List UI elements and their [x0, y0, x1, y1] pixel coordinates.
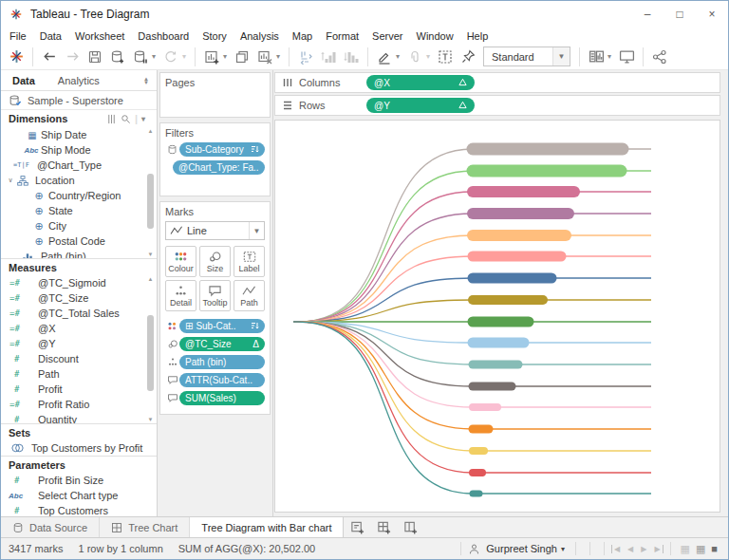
marks-pill-sub-category[interactable]: ⊞Sub-Cat.. [179, 319, 265, 333]
field-city[interactable]: ⊕City [1, 218, 157, 233]
save-button[interactable] [84, 46, 106, 68]
menu-worksheet[interactable]: Worksheet [68, 30, 131, 42]
measure-tc-total-sales[interactable]: =#@TC_Total Sales [1, 306, 157, 321]
new-datasource-button[interactable] [106, 46, 129, 68]
tab-tree-chart[interactable]: Tree Chart [100, 517, 190, 537]
caret-down-icon[interactable]: ▾ [152, 52, 159, 61]
menu-story[interactable]: Story [196, 30, 234, 42]
path-button[interactable]: Path [234, 280, 265, 311]
filters-shelf[interactable]: Filters Sub-Category @Chart_Type: Fa.. [159, 122, 271, 196]
swap-axes-button[interactable] [294, 46, 317, 68]
menu-window[interactable]: Window [410, 30, 460, 42]
marks-pill-sum-sales[interactable]: SUM(Sales) [179, 391, 265, 405]
rows-pill-y[interactable]: @Y [366, 98, 475, 113]
previous-sheet-icon[interactable]: ◀ [624, 545, 637, 553]
sort-ascending-button[interactable] [317, 46, 340, 68]
measure-tc-sigmoid[interactable]: =#@TC_Sigmoid [1, 275, 157, 290]
dimensions-scrollbar[interactable]: ▲▼ [145, 128, 156, 257]
menu-help[interactable]: Help [460, 30, 495, 42]
columns-shelf[interactable]: Columns @X [274, 72, 720, 93]
caret-down-icon[interactable]: ▾ [561, 545, 569, 553]
pages-shelf[interactable]: Pages [159, 72, 271, 118]
pause-updates-button[interactable] [129, 46, 152, 68]
field-location[interactable]: ∨Location [1, 173, 157, 188]
close-button[interactable]: × [696, 2, 728, 28]
caret-down-icon[interactable]: ▾ [141, 115, 149, 123]
highlight-button[interactable] [373, 46, 396, 68]
hide-tabs-icon[interactable]: ■ [711, 543, 718, 554]
minimize-button[interactable]: – [631, 2, 664, 28]
measure-y[interactable]: =#@Y [1, 336, 157, 351]
redo-button[interactable] [61, 46, 84, 68]
measure-tc-size[interactable]: =#@TC_Size [1, 290, 157, 306]
measure-quantity[interactable]: #Quantity [1, 412, 157, 423]
clear-sheet-button[interactable] [253, 46, 276, 68]
colour-button[interactable]: Colour [165, 246, 196, 277]
rows-shelf[interactable]: Rows @Y [274, 95, 720, 116]
fit-selector[interactable]: Standard ▼ [483, 47, 570, 66]
detail-button[interactable]: Detail [165, 280, 196, 311]
show-sheet-tabs-icon[interactable]: ▦ [681, 543, 690, 555]
maximize-button[interactable]: □ [664, 2, 696, 28]
set-top-customers[interactable]: Top Customers by Profit [1, 440, 157, 456]
filter-pill-chart-type[interactable]: @Chart_Type: Fa.. [173, 160, 265, 175]
marks-pill-tc-size[interactable]: @TC_SizeΔ [179, 337, 265, 351]
share-button[interactable] [648, 46, 671, 68]
undo-button[interactable] [38, 46, 61, 68]
menu-server[interactable]: Server [365, 30, 409, 42]
marks-pill-attr-sub-category[interactable]: ATTR(Sub-Cat.. [179, 373, 265, 387]
datasource-row[interactable]: Sample - Superstore [1, 91, 157, 110]
search-icon[interactable] [121, 114, 131, 124]
measure-discount[interactable]: #Discount [1, 351, 157, 366]
tooltip-button[interactable]: Tooltip [199, 280, 231, 311]
duplicate-sheet-button[interactable] [231, 46, 253, 68]
marks-card[interactable]: Marks Line ▼ Colour Size [159, 201, 271, 415]
show-filmstrip-icon[interactable]: ▦ [696, 543, 705, 555]
field-ship-mode[interactable]: AbcShip Mode [1, 142, 157, 158]
tab-tree-diagram-with-bar-chart[interactable]: Tree Diagram with Bar chart [190, 517, 344, 537]
marks-pill-path-bin[interactable]: Path (bin) [179, 355, 265, 369]
signed-in-user[interactable]: Gurpreet Singh [486, 543, 557, 554]
filter-pill-sub-category[interactable]: Sub-Category [179, 142, 265, 157]
field-state[interactable]: ⊕State [1, 203, 157, 218]
field-chart-type[interactable]: =T|F@Chart_Type [1, 158, 157, 173]
caret-down-icon[interactable]: ▼ [249, 222, 264, 239]
tab-data-source[interactable]: Data Source [1, 517, 100, 537]
caret-down-icon[interactable]: ▾ [396, 52, 403, 61]
tab-analytics[interactable]: Analytics [47, 75, 111, 86]
caret-down-icon[interactable]: ▾ [223, 52, 231, 61]
menu-format[interactable]: Format [319, 30, 365, 42]
menu-data[interactable]: Data [33, 30, 68, 42]
fix-axes-button[interactable] [457, 46, 479, 68]
menu-analysis[interactable]: Analysis [234, 30, 286, 42]
caret-down-icon[interactable]: ▾ [608, 52, 615, 61]
annotate-label-button[interactable] [434, 46, 457, 68]
new-worksheet-tab-button[interactable] [344, 517, 370, 537]
expander-icon[interactable]: ∨ [5, 177, 16, 184]
collapse-pane-icon[interactable]: ▲▼ [143, 77, 149, 84]
menu-file[interactable]: File [3, 30, 33, 42]
measure-profit-ratio[interactable]: =#Profit Ratio [1, 397, 157, 412]
first-sheet-icon[interactable]: ◀ [611, 545, 624, 553]
caret-down-icon[interactable]: ▼ [552, 47, 570, 65]
show-axes-button[interactable] [585, 46, 608, 68]
measure-path[interactable]: #Path [1, 366, 157, 382]
sort-descending-button[interactable] [340, 46, 363, 68]
parameter-top-customers[interactable]: #Top Customers [1, 503, 157, 516]
presentation-mode-button[interactable] [615, 46, 638, 68]
new-worksheet-button[interactable] [200, 46, 223, 68]
measure-x[interactable]: =#@X [1, 321, 157, 336]
columns-pill-x[interactable]: @X [366, 75, 475, 90]
tab-data[interactable]: Data [1, 75, 47, 86]
field-ship-date[interactable]: ▦Ship Date [1, 127, 157, 142]
attach-button[interactable] [403, 46, 426, 68]
field-postal-code[interactable]: ⊕Postal Code [1, 233, 157, 249]
menu-map[interactable]: Map [286, 30, 319, 42]
field-path-bin[interactable]: Path (bin) [1, 249, 157, 258]
new-story-tab-button[interactable] [397, 517, 423, 537]
size-button[interactable]: Size [199, 246, 231, 277]
start-page-button[interactable] [5, 46, 28, 68]
menu-dashboard[interactable]: Dashboard [131, 30, 196, 42]
measures-scrollbar[interactable]: ▲▼ [145, 276, 156, 422]
visualization-canvas[interactable] [274, 120, 720, 513]
